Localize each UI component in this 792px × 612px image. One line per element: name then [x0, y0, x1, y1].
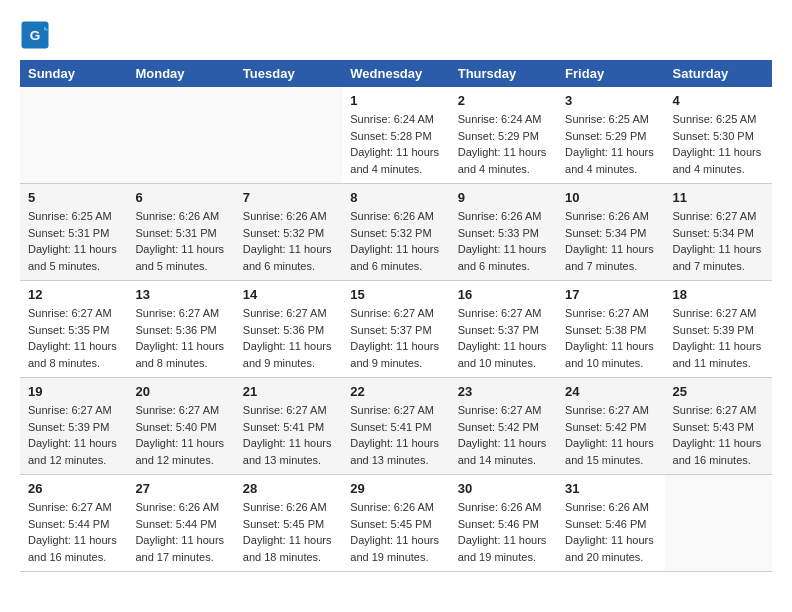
day-info-line: and 18 minutes.	[243, 549, 334, 566]
day-info-line: Daylight: 11 hours	[28, 241, 119, 258]
calendar-cell: 14Sunrise: 6:27 AMSunset: 5:36 PMDayligh…	[235, 281, 342, 378]
day-info-line: Daylight: 11 hours	[565, 241, 656, 258]
day-info-line: and 5 minutes.	[28, 258, 119, 275]
day-info-line: and 14 minutes.	[458, 452, 549, 469]
day-number: 13	[135, 287, 226, 302]
day-info-line: Daylight: 11 hours	[673, 144, 764, 161]
day-info-line: Daylight: 11 hours	[135, 338, 226, 355]
day-info-line: Sunset: 5:31 PM	[28, 225, 119, 242]
day-info-line: Sunset: 5:31 PM	[135, 225, 226, 242]
calendar-cell: 3Sunrise: 6:25 AMSunset: 5:29 PMDaylight…	[557, 87, 664, 184]
day-number: 17	[565, 287, 656, 302]
day-info-line: Sunrise: 6:27 AM	[135, 402, 226, 419]
day-info-line: Sunset: 5:34 PM	[673, 225, 764, 242]
day-info-line: Sunrise: 6:24 AM	[350, 111, 441, 128]
day-number: 4	[673, 93, 764, 108]
calendar-cell: 17Sunrise: 6:27 AMSunset: 5:38 PMDayligh…	[557, 281, 664, 378]
day-info-line: Sunrise: 6:27 AM	[135, 305, 226, 322]
day-info-line: Daylight: 11 hours	[350, 435, 441, 452]
day-number: 18	[673, 287, 764, 302]
day-info-line: Sunset: 5:30 PM	[673, 128, 764, 145]
day-info-line: Sunrise: 6:26 AM	[565, 208, 656, 225]
calendar-cell: 26Sunrise: 6:27 AMSunset: 5:44 PMDayligh…	[20, 475, 127, 572]
day-info-line: Sunrise: 6:27 AM	[28, 499, 119, 516]
day-info-line: Sunrise: 6:27 AM	[565, 305, 656, 322]
day-info-line: Sunrise: 6:26 AM	[458, 499, 549, 516]
day-info-line: and 4 minutes.	[565, 161, 656, 178]
day-info-line: Daylight: 11 hours	[135, 435, 226, 452]
day-info-line: and 16 minutes.	[673, 452, 764, 469]
page-header: G	[20, 20, 772, 50]
day-info-line: Daylight: 11 hours	[458, 532, 549, 549]
calendar-cell: 31Sunrise: 6:26 AMSunset: 5:46 PMDayligh…	[557, 475, 664, 572]
day-info-line: Sunset: 5:32 PM	[243, 225, 334, 242]
weekday-header-friday: Friday	[557, 60, 664, 87]
day-number: 23	[458, 384, 549, 399]
day-info-line: and 15 minutes.	[565, 452, 656, 469]
weekday-header-tuesday: Tuesday	[235, 60, 342, 87]
day-info-line: and 6 minutes.	[350, 258, 441, 275]
day-info-line: Sunset: 5:45 PM	[243, 516, 334, 533]
day-number: 30	[458, 481, 549, 496]
day-info-line: and 12 minutes.	[135, 452, 226, 469]
day-info-line: Sunrise: 6:27 AM	[350, 402, 441, 419]
day-info-line: Daylight: 11 hours	[458, 435, 549, 452]
day-info-line: Sunrise: 6:26 AM	[135, 499, 226, 516]
day-info-line: Sunrise: 6:25 AM	[28, 208, 119, 225]
day-info-line: and 6 minutes.	[458, 258, 549, 275]
day-info-line: Daylight: 11 hours	[243, 435, 334, 452]
day-info-line: Sunrise: 6:26 AM	[243, 499, 334, 516]
day-info-line: Sunset: 5:37 PM	[458, 322, 549, 339]
day-info-line: and 12 minutes.	[28, 452, 119, 469]
calendar-cell: 22Sunrise: 6:27 AMSunset: 5:41 PMDayligh…	[342, 378, 449, 475]
calendar-cell	[235, 87, 342, 184]
day-info-line: and 8 minutes.	[28, 355, 119, 372]
day-info-line: Daylight: 11 hours	[350, 532, 441, 549]
calendar-cell: 8Sunrise: 6:26 AMSunset: 5:32 PMDaylight…	[342, 184, 449, 281]
day-info-line: Daylight: 11 hours	[135, 532, 226, 549]
calendar-week-row: 19Sunrise: 6:27 AMSunset: 5:39 PMDayligh…	[20, 378, 772, 475]
day-info-line: and 7 minutes.	[565, 258, 656, 275]
calendar-week-row: 1Sunrise: 6:24 AMSunset: 5:28 PMDaylight…	[20, 87, 772, 184]
day-info-line: Sunset: 5:38 PM	[565, 322, 656, 339]
day-info-line: and 9 minutes.	[243, 355, 334, 372]
day-info-line: Sunrise: 6:26 AM	[350, 499, 441, 516]
calendar-week-row: 12Sunrise: 6:27 AMSunset: 5:35 PMDayligh…	[20, 281, 772, 378]
day-info-line: Daylight: 11 hours	[28, 338, 119, 355]
day-number: 29	[350, 481, 441, 496]
calendar-cell: 2Sunrise: 6:24 AMSunset: 5:29 PMDaylight…	[450, 87, 557, 184]
day-info-line: Sunset: 5:36 PM	[135, 322, 226, 339]
day-info-line: Daylight: 11 hours	[458, 144, 549, 161]
day-info-line: and 4 minutes.	[458, 161, 549, 178]
calendar-cell: 24Sunrise: 6:27 AMSunset: 5:42 PMDayligh…	[557, 378, 664, 475]
day-number: 22	[350, 384, 441, 399]
day-info-line: Sunrise: 6:27 AM	[565, 402, 656, 419]
calendar-cell: 16Sunrise: 6:27 AMSunset: 5:37 PMDayligh…	[450, 281, 557, 378]
day-info-line: Sunrise: 6:27 AM	[350, 305, 441, 322]
day-info-line: Daylight: 11 hours	[565, 144, 656, 161]
day-info-line: and 11 minutes.	[673, 355, 764, 372]
calendar-cell: 29Sunrise: 6:26 AMSunset: 5:45 PMDayligh…	[342, 475, 449, 572]
day-info-line: and 20 minutes.	[565, 549, 656, 566]
day-info-line: Sunrise: 6:27 AM	[673, 305, 764, 322]
day-info-line: Sunset: 5:29 PM	[565, 128, 656, 145]
day-info-line: Daylight: 11 hours	[565, 532, 656, 549]
calendar-cell: 12Sunrise: 6:27 AMSunset: 5:35 PMDayligh…	[20, 281, 127, 378]
day-info-line: Sunrise: 6:27 AM	[673, 402, 764, 419]
weekday-header-wednesday: Wednesday	[342, 60, 449, 87]
day-info-line: Sunrise: 6:27 AM	[458, 305, 549, 322]
calendar-week-row: 26Sunrise: 6:27 AMSunset: 5:44 PMDayligh…	[20, 475, 772, 572]
day-info-line: Sunset: 5:44 PM	[28, 516, 119, 533]
day-info-line: and 9 minutes.	[350, 355, 441, 372]
day-info-line: Sunset: 5:39 PM	[673, 322, 764, 339]
day-info-line: Sunset: 5:46 PM	[458, 516, 549, 533]
calendar-cell: 30Sunrise: 6:26 AMSunset: 5:46 PMDayligh…	[450, 475, 557, 572]
day-info-line: and 17 minutes.	[135, 549, 226, 566]
day-number: 19	[28, 384, 119, 399]
day-info-line: Daylight: 11 hours	[458, 338, 549, 355]
calendar-week-row: 5Sunrise: 6:25 AMSunset: 5:31 PMDaylight…	[20, 184, 772, 281]
day-info-line: Sunset: 5:40 PM	[135, 419, 226, 436]
day-info-line: Daylight: 11 hours	[673, 241, 764, 258]
day-info-line: Daylight: 11 hours	[243, 532, 334, 549]
day-info-line: Sunrise: 6:27 AM	[243, 402, 334, 419]
